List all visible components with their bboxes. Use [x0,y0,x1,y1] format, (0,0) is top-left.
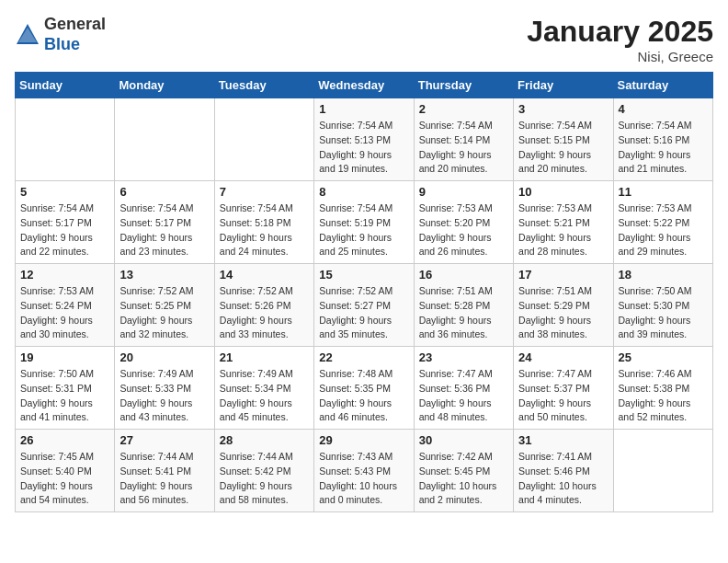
table-row: 25Sunrise: 7:46 AM Sunset: 5:38 PM Dayli… [613,347,712,430]
table-row [115,98,214,181]
table-row: 21Sunrise: 7:49 AM Sunset: 5:34 PM Dayli… [214,347,313,430]
day-number: 25 [619,350,708,364]
day-number: 7 [220,185,309,199]
day-number: 29 [319,433,408,447]
day-info: Sunrise: 7:54 AM Sunset: 5:15 PM Dayligh… [518,119,608,177]
day-info: Sunrise: 7:41 AM Sunset: 5:46 PM Dayligh… [518,450,608,508]
calendar-table: Sunday Monday Tuesday Wednesday Thursday… [15,72,713,512]
table-row: 6Sunrise: 7:54 AM Sunset: 5:17 PM Daylig… [115,181,214,264]
table-row: 18Sunrise: 7:50 AM Sunset: 5:30 PM Dayli… [613,264,712,347]
table-row [613,430,712,512]
table-row: 3Sunrise: 7:54 AM Sunset: 5:15 PM Daylig… [514,98,613,181]
day-number: 21 [220,350,309,364]
day-number: 2 [419,102,508,116]
title-block: January 2025 Nisi, Greece [527,15,713,64]
header-wednesday: Wednesday [314,73,414,98]
table-row: 16Sunrise: 7:51 AM Sunset: 5:28 PM Dayli… [414,264,513,347]
day-info: Sunrise: 7:54 AM Sunset: 5:13 PM Dayligh… [319,119,408,177]
day-info: Sunrise: 7:52 AM Sunset: 5:27 PM Dayligh… [319,284,408,342]
day-info: Sunrise: 7:44 AM Sunset: 5:41 PM Dayligh… [119,450,209,508]
day-number: 17 [518,268,608,282]
day-number: 10 [518,185,608,199]
table-row: 7Sunrise: 7:54 AM Sunset: 5:18 PM Daylig… [214,181,313,264]
day-number: 11 [619,185,708,199]
day-number: 9 [419,185,508,199]
day-info: Sunrise: 7:42 AM Sunset: 5:45 PM Dayligh… [419,450,508,508]
day-number: 27 [119,433,209,447]
day-info: Sunrise: 7:44 AM Sunset: 5:42 PM Dayligh… [220,450,309,508]
day-info: Sunrise: 7:54 AM Sunset: 5:14 PM Dayligh… [419,119,508,177]
table-row: 13Sunrise: 7:52 AM Sunset: 5:25 PM Dayli… [115,264,214,347]
day-info: Sunrise: 7:43 AM Sunset: 5:43 PM Dayligh… [319,450,408,508]
day-number: 18 [619,268,708,282]
day-info: Sunrise: 7:53 AM Sunset: 5:24 PM Dayligh… [20,284,109,342]
day-info: Sunrise: 7:54 AM Sunset: 5:18 PM Dayligh… [220,201,309,259]
day-number: 20 [119,350,209,364]
table-row: 29Sunrise: 7:43 AM Sunset: 5:43 PM Dayli… [314,430,414,512]
table-row: 5Sunrise: 7:54 AM Sunset: 5:17 PM Daylig… [16,181,115,264]
header-thursday: Thursday [414,73,513,98]
day-number: 26 [20,433,109,447]
day-info: Sunrise: 7:51 AM Sunset: 5:29 PM Dayligh… [518,284,608,342]
day-number: 31 [518,433,608,447]
day-number: 12 [20,268,109,282]
svg-marker-1 [18,28,37,42]
day-info: Sunrise: 7:52 AM Sunset: 5:26 PM Dayligh… [220,284,309,342]
day-number: 19 [20,350,109,364]
calendar-header: Sunday Monday Tuesday Wednesday Thursday… [16,73,713,98]
day-number: 30 [419,433,508,447]
table-row: 1Sunrise: 7:54 AM Sunset: 5:13 PM Daylig… [314,98,414,181]
day-number: 23 [419,350,508,364]
table-row: 8Sunrise: 7:54 AM Sunset: 5:19 PM Daylig… [314,181,414,264]
day-info: Sunrise: 7:49 AM Sunset: 5:33 PM Dayligh… [119,367,209,425]
logo-text: General Blue [44,15,106,54]
day-info: Sunrise: 7:53 AM Sunset: 5:22 PM Dayligh… [619,201,708,259]
day-info: Sunrise: 7:45 AM Sunset: 5:40 PM Dayligh… [20,450,109,508]
table-row: 19Sunrise: 7:50 AM Sunset: 5:31 PM Dayli… [16,347,115,430]
location: Nisi, Greece [527,49,713,64]
table-row: 22Sunrise: 7:48 AM Sunset: 5:35 PM Dayli… [314,347,414,430]
calendar-body: 1Sunrise: 7:54 AM Sunset: 5:13 PM Daylig… [16,98,713,512]
header-monday: Monday [115,73,214,98]
table-row: 23Sunrise: 7:47 AM Sunset: 5:36 PM Dayli… [414,347,513,430]
table-row: 14Sunrise: 7:52 AM Sunset: 5:26 PM Dayli… [214,264,313,347]
table-row: 20Sunrise: 7:49 AM Sunset: 5:33 PM Dayli… [115,347,214,430]
header-tuesday: Tuesday [214,73,313,98]
table-row: 30Sunrise: 7:42 AM Sunset: 5:45 PM Dayli… [414,430,513,512]
day-info: Sunrise: 7:54 AM Sunset: 5:17 PM Dayligh… [119,201,209,259]
day-info: Sunrise: 7:54 AM Sunset: 5:19 PM Dayligh… [319,201,408,259]
day-info: Sunrise: 7:50 AM Sunset: 5:30 PM Dayligh… [619,284,708,342]
day-number: 16 [419,268,508,282]
table-row [16,98,115,181]
day-number: 24 [518,350,608,364]
table-row [214,98,313,181]
day-number: 4 [619,102,708,116]
header-friday: Friday [514,73,613,98]
table-row: 11Sunrise: 7:53 AM Sunset: 5:22 PM Dayli… [613,181,712,264]
day-number: 14 [220,268,309,282]
day-info: Sunrise: 7:50 AM Sunset: 5:31 PM Dayligh… [20,367,109,425]
day-info: Sunrise: 7:49 AM Sunset: 5:34 PM Dayligh… [220,367,309,425]
day-number: 13 [119,268,209,282]
header-sunday: Sunday [16,73,115,98]
table-row: 4Sunrise: 7:54 AM Sunset: 5:16 PM Daylig… [613,98,712,181]
day-number: 1 [319,102,408,116]
table-row: 15Sunrise: 7:52 AM Sunset: 5:27 PM Dayli… [314,264,414,347]
day-info: Sunrise: 7:53 AM Sunset: 5:20 PM Dayligh… [419,201,508,259]
day-info: Sunrise: 7:46 AM Sunset: 5:38 PM Dayligh… [619,367,708,425]
day-info: Sunrise: 7:48 AM Sunset: 5:35 PM Dayligh… [319,367,408,425]
logo: General Blue [15,15,106,54]
day-info: Sunrise: 7:51 AM Sunset: 5:28 PM Dayligh… [419,284,508,342]
table-row: 26Sunrise: 7:45 AM Sunset: 5:40 PM Dayli… [16,430,115,512]
table-row: 24Sunrise: 7:47 AM Sunset: 5:37 PM Dayli… [514,347,613,430]
day-info: Sunrise: 7:54 AM Sunset: 5:16 PM Dayligh… [619,119,708,177]
day-number: 3 [518,102,608,116]
day-number: 15 [319,268,408,282]
table-row: 28Sunrise: 7:44 AM Sunset: 5:42 PM Dayli… [214,430,313,512]
day-info: Sunrise: 7:52 AM Sunset: 5:25 PM Dayligh… [119,284,209,342]
header-saturday: Saturday [613,73,712,98]
day-number: 6 [119,185,209,199]
day-info: Sunrise: 7:47 AM Sunset: 5:36 PM Dayligh… [419,367,508,425]
month-title: January 2025 [527,15,713,49]
table-row: 10Sunrise: 7:53 AM Sunset: 5:21 PM Dayli… [514,181,613,264]
